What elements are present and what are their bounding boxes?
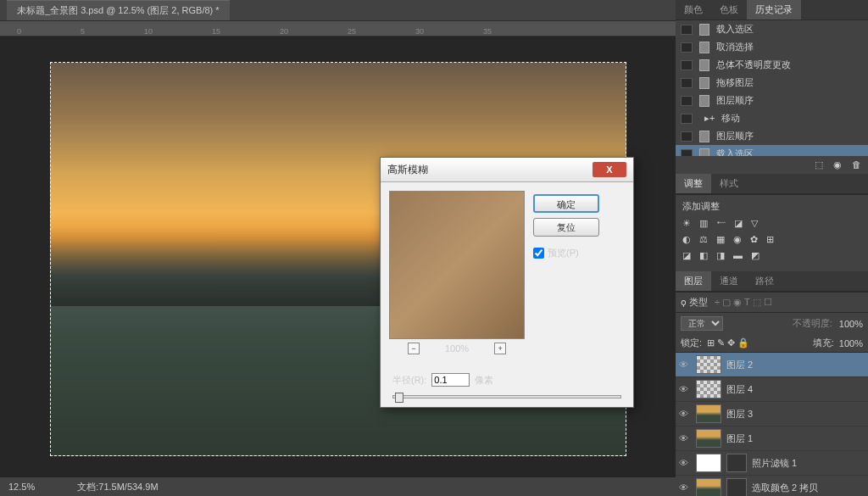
layer-thumb[interactable] bbox=[696, 380, 721, 398]
history-panel-tabs: 颜色 色板 历史记录 bbox=[676, 0, 868, 20]
zoom-percent: 100% bbox=[445, 343, 469, 354]
layer-row[interactable]: 👁照片滤镜 1 bbox=[676, 451, 868, 476]
tab-paths[interactable]: 路径 bbox=[747, 271, 782, 291]
snapshot-icon[interactable]: ⬚ bbox=[815, 159, 823, 170]
eye-icon[interactable]: 👁 bbox=[679, 458, 691, 468]
tab-color[interactable]: 颜色 bbox=[676, 0, 711, 20]
tab-layers[interactable]: 图层 bbox=[676, 271, 711, 291]
opacity-label: 不透明度: bbox=[793, 317, 832, 330]
ok-button[interactable]: 确定 bbox=[533, 194, 599, 213]
exposure-icon[interactable]: ◪ bbox=[734, 218, 743, 229]
history-list: 载入选区 取消选择 总体不透明度更改 拖移图层 图层顺序 ▸+移动 图层顺序 载… bbox=[676, 20, 868, 156]
gaussian-blur-dialog: 高斯模糊 X − 100% + 确定 复位 预览(P) 半径(R): 像素 bbox=[380, 157, 634, 408]
tab-adjustments[interactable]: 调整 bbox=[676, 174, 711, 193]
document-tab[interactable]: 未标题_全景图 3.psd @ 12.5% (图层 2, RGB/8) * bbox=[7, 0, 230, 20]
layer-thumb[interactable] bbox=[696, 478, 721, 496]
tab-channels[interactable]: 通道 bbox=[711, 271, 747, 291]
eye-icon[interactable]: 👁 bbox=[679, 409, 691, 419]
right-panels: 颜色 色板 历史记录 载入选区 取消选择 总体不透明度更改 拖移图层 图层顺序 … bbox=[676, 0, 868, 496]
photo-filter-icon[interactable]: ▦ bbox=[716, 234, 725, 245]
preview-checkbox[interactable]: 预览(P) bbox=[533, 247, 599, 259]
history-item[interactable]: 载入选区 bbox=[676, 20, 868, 38]
dialog-title-text: 高斯模糊 bbox=[387, 163, 428, 177]
layer-mask[interactable] bbox=[726, 478, 747, 496]
document-icon bbox=[699, 95, 709, 107]
document-icon bbox=[699, 42, 709, 53]
document-icon bbox=[699, 77, 709, 89]
camera-icon[interactable]: ◉ bbox=[833, 159, 842, 170]
preview-thumbnail[interactable] bbox=[389, 191, 525, 339]
history-item[interactable]: 拖移图层 bbox=[676, 74, 868, 92]
posterize-icon[interactable]: ◧ bbox=[699, 250, 708, 261]
lock-row: 锁定:⊞ ✎ ✥ 🔒 填充:100% bbox=[676, 334, 868, 353]
lut-icon[interactable]: ✿ bbox=[750, 234, 758, 245]
vibrance-icon[interactable]: ▽ bbox=[751, 218, 758, 229]
grid-icon[interactable]: ⊞ bbox=[766, 234, 774, 245]
lock-icons[interactable]: ⊞ ✎ ✥ 🔒 bbox=[707, 337, 749, 348]
history-item[interactable]: 图层顺序 bbox=[676, 92, 868, 109]
slider-handle[interactable] bbox=[395, 393, 403, 403]
history-item[interactable]: 取消选择 bbox=[676, 38, 868, 56]
selective-color-icon[interactable]: ◩ bbox=[751, 250, 760, 261]
fill-value[interactable]: 100% bbox=[839, 338, 863, 348]
eye-icon[interactable]: 👁 bbox=[679, 384, 691, 394]
history-footer-icons: ⬚ ◉ 🗑 bbox=[676, 156, 868, 174]
layer-thumb[interactable] bbox=[696, 404, 721, 423]
gradient-map-icon[interactable]: ▬ bbox=[733, 250, 743, 261]
levels-icon[interactable]: ▥ bbox=[699, 218, 708, 229]
layer-row[interactable]: 👁图层 4 bbox=[676, 377, 868, 402]
history-item[interactable]: 总体不透明度更改 bbox=[676, 56, 868, 74]
tab-history[interactable]: 历史记录 bbox=[747, 0, 801, 20]
layer-row[interactable]: 👁图层 3 bbox=[676, 402, 868, 426]
reset-button[interactable]: 复位 bbox=[533, 218, 599, 237]
layer-row[interactable]: 👁图层 2 bbox=[676, 353, 868, 377]
tab-swatches[interactable]: 色板 bbox=[711, 0, 747, 20]
layers-list: 👁图层 2 👁图层 4 👁图层 3 👁图层 1 👁照片滤镜 1 👁选取颜色 2 … bbox=[676, 353, 868, 496]
radius-slider[interactable] bbox=[392, 395, 621, 398]
layers-tabs: 图层 通道 路径 bbox=[676, 271, 868, 292]
document-icon bbox=[699, 148, 709, 157]
dialog-titlebar[interactable]: 高斯模糊 X bbox=[381, 158, 633, 182]
radius-unit: 像素 bbox=[475, 374, 493, 387]
eye-icon[interactable]: 👁 bbox=[679, 433, 691, 443]
radius-input[interactable] bbox=[431, 373, 470, 387]
zoom-in-button[interactable]: + bbox=[494, 343, 506, 354]
layer-thumb[interactable] bbox=[696, 429, 721, 448]
opacity-value[interactable]: 100% bbox=[839, 319, 863, 329]
filter-label: ϙ 类型 bbox=[681, 296, 708, 309]
bw-icon[interactable]: ◐ bbox=[682, 234, 691, 245]
eye-icon[interactable]: 👁 bbox=[679, 359, 691, 370]
layer-thumb[interactable] bbox=[696, 355, 721, 374]
history-item[interactable]: 载入选区 bbox=[676, 145, 868, 156]
layer-mask[interactable] bbox=[726, 454, 747, 472]
layer-row[interactable]: 👁图层 1 bbox=[676, 426, 868, 451]
adjust-title: 添加调整 bbox=[682, 200, 861, 213]
document-icon bbox=[699, 24, 709, 36]
zoom-out-button[interactable]: − bbox=[408, 343, 420, 354]
balance-icon[interactable]: ⚖ bbox=[699, 234, 708, 245]
adjustments-panel: 添加调整 ☀▥⬳◪▽ ◐⚖▦◉✿⊞ ◪◧◨▬◩ bbox=[676, 194, 868, 271]
doc-size: 文档:71.5M/534.9M bbox=[77, 481, 158, 493]
status-bar: 12.5% 文档:71.5M/534.9M bbox=[0, 477, 676, 496]
document-icon bbox=[699, 131, 709, 142]
layer-row[interactable]: 👁选取颜色 2 拷贝 bbox=[676, 476, 868, 496]
tab-styles[interactable]: 样式 bbox=[711, 174, 747, 193]
brightness-icon[interactable]: ☀ bbox=[682, 218, 691, 229]
blend-row: 正常 不透明度: 100% bbox=[676, 312, 868, 334]
layer-thumb[interactable] bbox=[696, 454, 721, 472]
close-button[interactable]: X bbox=[593, 162, 626, 177]
radius-label: 半径(R): bbox=[392, 374, 426, 387]
invert-icon[interactable]: ◪ bbox=[682, 250, 691, 261]
threshold-icon[interactable]: ◨ bbox=[716, 250, 725, 261]
zoom-level[interactable]: 12.5% bbox=[8, 482, 35, 492]
curves-icon[interactable]: ⬳ bbox=[716, 218, 726, 229]
channel-mixer-icon[interactable]: ◉ bbox=[733, 234, 742, 245]
history-item[interactable]: ▸+移动 bbox=[676, 109, 868, 127]
horizontal-ruler: 05101520253035 bbox=[0, 21, 676, 36]
blend-mode-select[interactable]: 正常 bbox=[681, 316, 723, 331]
eye-icon[interactable]: 👁 bbox=[679, 482, 691, 493]
document-icon bbox=[699, 59, 709, 71]
history-item[interactable]: 图层顺序 bbox=[676, 127, 868, 145]
trash-icon[interactable]: 🗑 bbox=[852, 159, 861, 170]
layer-filter-row: ϙ 类型 ÷ ▢ ◉ T ⬚ ☐ bbox=[676, 292, 868, 312]
